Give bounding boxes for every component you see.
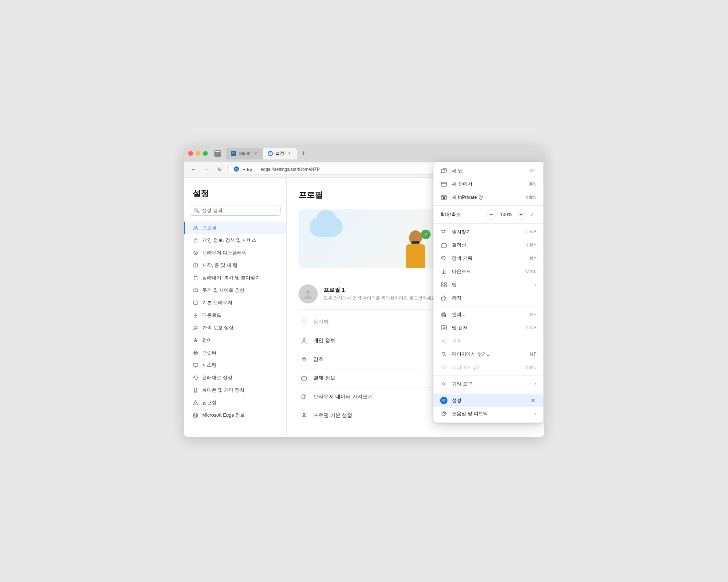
new-window-label: 새 창에서 [452,181,524,187]
zoom-value: 100% [496,212,516,217]
svg-rect-61 [445,283,446,284]
profile-name: 프로필 1 [324,287,437,294]
find-label: 페이지에서 찾기... [452,351,525,358]
new-window-shortcut: ⌘N [529,182,536,187]
about-nav-icon [193,412,199,418]
zoom-plus-button[interactable]: + [516,209,526,220]
window-icon [214,150,222,158]
menu-divider-5 [433,392,543,392]
new-tab-label: 새 탭 [452,168,525,174]
svg-rect-56 [443,197,445,199]
sidebar-label-clipboard: 잘라내기, 복사 및 붙여넣기 [202,274,260,281]
menu-item-read-aloud: 소리내어 읽기 ⇧⌘U [433,361,543,374]
figure-head [409,230,422,244]
forward-button[interactable]: → [201,164,212,175]
webcapture-label: 웹 캡처 [452,324,521,331]
zoom-minus-button[interactable]: − [486,209,496,220]
sidebar-item-mobile[interactable]: 휴대폰 및 기타 장치 [184,384,286,396]
family-nav-icon [193,325,199,331]
figure-hair [411,241,420,244]
sidebar-item-display[interactable]: 브라우저 디스플레이 [184,247,286,259]
menu-item-extensions[interactable]: 확장 [433,291,543,305]
personal-settings-icon [300,337,308,345]
apps-arrow: › [535,282,536,287]
settings-circle-icon: ⚙ [440,397,447,404]
menu-item-find[interactable]: 페이지에서 찾기... ⌘F [433,348,543,361]
find-menu-icon [440,351,447,358]
print-menu-icon [440,311,447,318]
sidebar-item-clipboard[interactable]: 잘라내기, 복사 및 붙여넣기 [184,272,286,284]
menu-item-webcapture[interactable]: 웹 캡처 ⇧⌘S [433,321,543,334]
sidebar-item-newtab[interactable]: 시작, 홈 및 새 탭 [184,259,286,272]
close-button[interactable] [188,151,193,156]
address-brand: Edge [242,167,253,172]
sidebar-label-language: 언어 [202,337,212,344]
tools-menu-icon [440,380,447,388]
share-label: 공유 [452,338,536,344]
tools-arrow: › [535,381,536,387]
share-menu-icon [440,337,447,345]
tab-settings-close[interactable]: ✕ [286,151,292,157]
sidebar-search[interactable]: 🔍 [190,205,281,216]
sidebar-label-privacy: 개인 정보, 검색 및 서비스 [202,237,257,244]
refresh-button[interactable]: ↻ [215,164,225,175]
svg-marker-36 [193,400,198,405]
settings-sidebar: 설정 🔍 프로필 개인 정보, 검색 및 서비스 [184,178,287,437]
svg-rect-60 [441,283,443,284]
sidebar-label-system: 시스템 [202,362,217,369]
downloads-shortcut: ⌥⌘L [524,269,536,274]
sidebar-item-system[interactable]: 시스템 [184,359,286,371]
sidebar-item-profile[interactable]: 프로필 [184,222,286,234]
menu-item-new-window[interactable]: 새 창에서 ⌘N [433,177,543,191]
menu-item-history[interactable]: 검색 기록 ⌘Y [433,252,543,265]
menu-item-new-inprivate[interactable]: 새 InPrivate 창 ⇧⌘N [433,191,543,204]
sidebar-label-reset: 원래대로 설정 [202,374,232,381]
menu-item-print[interactable]: 인쇄... ⌘P [433,308,543,321]
maximize-button[interactable] [203,151,208,156]
menu-item-apps[interactable]: 앱 › [433,278,543,291]
sidebar-item-accessibility[interactable]: 접근성 [184,396,286,409]
new-tab-button[interactable]: + [298,148,308,159]
menu-divider-3 [433,306,543,306]
sidebar-search-input[interactable] [202,208,276,213]
sidebar-item-privacy[interactable]: 개인 정보, 검색 및 서비스 [184,234,286,247]
menu-divider-1 [433,205,543,206]
svg-point-12 [194,251,197,255]
menu-item-downloads[interactable]: 다운로드 ⌥⌘L [433,265,543,278]
sidebar-item-default[interactable]: 기본 브라우저 [184,297,286,309]
menu-item-settings[interactable]: ⚙ 설정 ⌘, [433,394,543,407]
tab-settings-label: 설정 [275,150,284,157]
profile-nav-icon [193,225,199,231]
clipboard-nav-icon [193,275,199,281]
new-tab-menu-icon [440,167,447,175]
menu-item-tools[interactable]: 기타 도구 › [433,377,543,391]
menu-item-new-tab[interactable]: 새 탭 ⌘T [433,164,543,177]
webcapture-menu-icon [440,324,447,331]
tab-settings[interactable]: ⚙ 설정 ✕ [263,148,297,159]
sidebar-label-cookies: 쿠키 및 사이트 권한 [202,287,245,294]
sidebar-item-downloads[interactable]: 다운로드 [184,309,286,321]
tab-daum[interactable]: D Daum ✕ [226,148,263,159]
sidebar-item-about[interactable]: Microsoft Edge 정보 [184,409,286,421]
sidebar-item-language[interactable]: A 언어 [184,334,286,346]
zoom-expand-button[interactable]: ⤢ [528,210,536,219]
sidebar-item-family[interactable]: 가족 보호 설정 [184,321,286,334]
sidebar-item-cookies[interactable]: 쿠키 및 사이트 권한 [184,284,286,297]
sidebar-item-reset[interactable]: 원래대로 설정 [184,371,286,384]
minimize-button[interactable] [196,151,200,156]
sidebar-label-display: 브라우저 디스플레이 [202,249,247,256]
help-label: 도움말 및 피드백 [452,410,531,417]
svg-line-73 [443,341,445,342]
menu-item-favorites[interactable]: 즐겨찾기 ⌥⌘B [433,225,543,238]
menu-item-help[interactable]: 도움말 및 피드백 › [433,407,543,420]
history-label: 검색 기록 [452,255,525,262]
svg-rect-28 [194,352,197,355]
favorites-shortcut: ⌥⌘B [524,229,536,234]
svg-rect-51 [441,169,445,173]
svg-rect-57 [441,244,446,247]
sync-settings-icon [300,318,308,326]
tab-daum-close[interactable]: ✕ [253,151,258,157]
back-button[interactable]: ← [188,164,199,175]
sidebar-item-printer[interactable]: 프린터 [184,346,286,359]
menu-item-collections[interactable]: 컬렉션 ⇧⌘Y [433,238,543,252]
